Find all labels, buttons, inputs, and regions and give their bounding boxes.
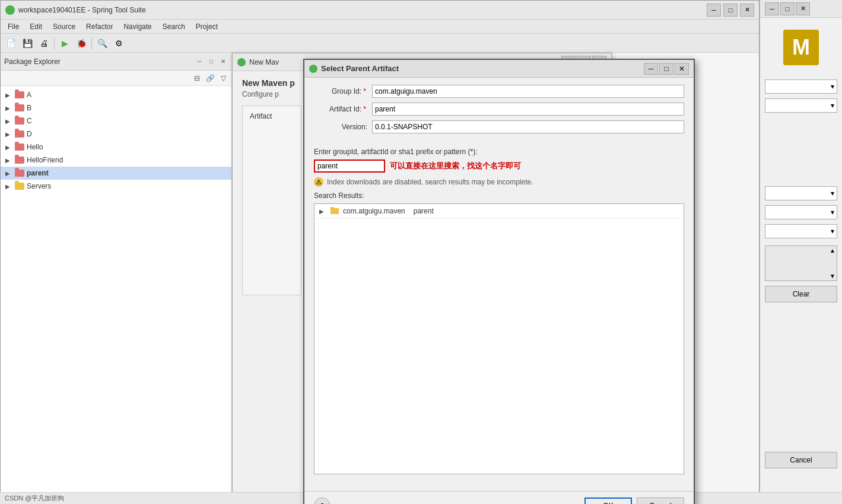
panel-minimize-btn[interactable]: ─	[195, 57, 204, 66]
tree-item-b[interactable]: ▶ B	[1, 101, 231, 114]
tree-label-d: D	[27, 130, 32, 138]
folder-icon-b	[15, 103, 24, 113]
tree-label-hello: Hello	[27, 143, 43, 151]
folder-icon-parent	[15, 168, 24, 178]
toolbar-separator-1	[54, 37, 55, 49]
right-panel-maximize[interactable]: □	[780, 2, 795, 15]
spa-artifactid-required: *	[363, 105, 366, 113]
ide-window: workspace190401EE - Spring Tool Suite ─ …	[0, 0, 760, 504]
tree-label-b: B	[27, 104, 31, 112]
link-editor-btn[interactable]: 🔗	[204, 73, 216, 84]
spa-search-prompt: Enter groupId, artifactId or sha1 prefix…	[314, 148, 684, 156]
spa-groupid-required: *	[363, 87, 366, 95]
folder-icon-c	[15, 116, 24, 126]
new-maven-icon	[237, 58, 246, 66]
maximize-button[interactable]: □	[723, 4, 738, 17]
menu-bar: File Edit Source Refactor Navigate Searc…	[1, 20, 759, 34]
spa-footer: ? OK Cancel	[304, 491, 694, 504]
menu-source[interactable]: Source	[48, 21, 80, 32]
menu-refactor[interactable]: Refactor	[81, 21, 117, 32]
menu-navigate[interactable]: Navigate	[119, 21, 156, 32]
panel-header: Package Explorer ─ □ ✕	[1, 53, 231, 71]
content-area: Package Explorer ─ □ ✕ ⊟ 🔗 ▽ ▶ A	[1, 53, 759, 504]
result-artifact-id: parent	[414, 207, 434, 215]
folder-icon-servers	[15, 181, 24, 191]
menu-edit[interactable]: Edit	[25, 21, 47, 32]
spa-search-input[interactable]	[314, 160, 385, 173]
scrollbar[interactable]: ▲ ▼	[765, 245, 837, 281]
tree-item-d[interactable]: ▶ D	[1, 127, 231, 141]
panel-close-btn[interactable]: ✕	[218, 57, 228, 66]
menu-search[interactable]: Search	[158, 21, 190, 32]
folder-icon-d	[15, 129, 24, 139]
spa-version-row: Version:	[314, 120, 684, 133]
title-bar-left: workspace190401EE - Spring Tool Suite	[5, 5, 146, 15]
right-cancel-btn[interactable]: Cancel	[765, 452, 837, 468]
spa-results-box[interactable]: ▶ com.atguigu.maven parent	[314, 203, 684, 474]
tree-item-hellofriend[interactable]: ▶ HelloFriend	[1, 154, 231, 167]
spa-warning-text: Index downloads are disabled, search res…	[327, 178, 533, 186]
tree-item-parent[interactable]: ▶ parent	[1, 167, 231, 180]
folder-icon-hello	[15, 142, 24, 152]
print-button[interactable]: 🖨	[36, 36, 52, 50]
new-maven-sidebar: Artifact	[242, 106, 301, 295]
spa-search-row: 可以直接在这里搜索，找这个名字即可	[314, 160, 684, 173]
tree-item-hello[interactable]: ▶ Hello	[1, 141, 231, 154]
title-controls: ─ □ ✕	[707, 4, 754, 17]
panel-maximize-btn[interactable]: □	[206, 57, 216, 66]
right-dropdown-5[interactable]: ▾	[765, 224, 837, 238]
spa-artifactid-input[interactable]	[372, 103, 684, 116]
tree-item-servers[interactable]: ▶ Servers	[1, 180, 231, 193]
tree-item-c[interactable]: ▶ C	[1, 114, 231, 127]
new-button[interactable]: 📄	[3, 36, 18, 50]
right-panel-close[interactable]: ✕	[796, 2, 810, 15]
right-dropdown-2[interactable]: ▾	[765, 98, 837, 113]
spa-results-label: Search Results:	[314, 192, 684, 200]
spa-groupid-input[interactable]	[372, 85, 684, 98]
right-panel-minimize[interactable]: ─	[765, 2, 779, 15]
spa-artifactid-row: Artifact Id: *	[314, 103, 684, 116]
spa-ok-btn[interactable]: OK	[584, 497, 632, 504]
settings-button[interactable]: ⚙	[111, 36, 126, 50]
explorer-toolbar: ⊟ 🔗 ▽	[1, 71, 231, 86]
right-dropdown-3[interactable]: ▾	[765, 186, 837, 200]
right-cancel-container: Cancel	[765, 452, 837, 468]
sidebar-artifact[interactable]: Artifact	[243, 109, 301, 124]
menu-file[interactable]: File	[3, 21, 24, 32]
minimize-button[interactable]: ─	[707, 4, 721, 17]
run-button[interactable]: ▶	[57, 36, 72, 50]
spa-cancel-btn[interactable]: Cancel	[637, 497, 684, 504]
new-maven-title-text: New Mav	[237, 58, 279, 66]
spa-groupid-label-text: Group Id:	[332, 87, 361, 95]
spa-version-label: Version:	[314, 123, 367, 131]
spa-title-bar: Select Parent Artifact ─ □ ✕	[304, 60, 694, 78]
new-maven-title-label: New Mav	[249, 58, 279, 66]
clear-button[interactable]: Clear	[765, 286, 837, 302]
right-dropdown-4[interactable]: ▾	[765, 205, 837, 219]
spa-version-input[interactable]	[372, 120, 684, 133]
tree-label-parent: parent	[27, 169, 49, 177]
tree-item-a[interactable]: ▶ A	[1, 88, 231, 101]
collapse-all-btn[interactable]: ⊟	[191, 73, 203, 84]
tree-arrow-servers: ▶	[5, 183, 12, 190]
debug-button[interactable]: 🐞	[74, 36, 89, 50]
menu-project[interactable]: Project	[191, 21, 223, 32]
spa-title-label: Select Parent Artifact	[321, 64, 399, 73]
spa-minimize-btn[interactable]: ─	[644, 63, 658, 75]
tree-arrow-b: ▶	[5, 105, 12, 111]
footer-right: OK Cancel	[584, 497, 684, 504]
scrollbar-area: ▲ ▼	[760, 245, 842, 281]
view-menu-btn[interactable]: ▽	[217, 73, 229, 84]
editor-area: New Mav ─ □ ✕ New Maven p Configure p Ar…	[232, 53, 759, 504]
result-row-0[interactable]: ▶ com.atguigu.maven parent	[314, 204, 684, 219]
warning-icon: ⚠	[314, 177, 323, 187]
save-button[interactable]: 💾	[20, 36, 35, 50]
tree-area: ▶ A ▶ B ▶ C ▶ D	[1, 86, 231, 504]
select-parent-dialog: Select Parent Artifact ─ □ ✕ Group Id: *	[303, 59, 695, 504]
search-button[interactable]: 🔍	[94, 36, 110, 50]
spa-maximize-btn[interactable]: □	[659, 63, 673, 75]
spa-close-btn[interactable]: ✕	[675, 63, 689, 75]
spa-help-btn[interactable]: ?	[314, 497, 331, 504]
right-dropdown-1[interactable]: ▾	[765, 79, 837, 94]
close-button[interactable]: ✕	[740, 4, 754, 17]
